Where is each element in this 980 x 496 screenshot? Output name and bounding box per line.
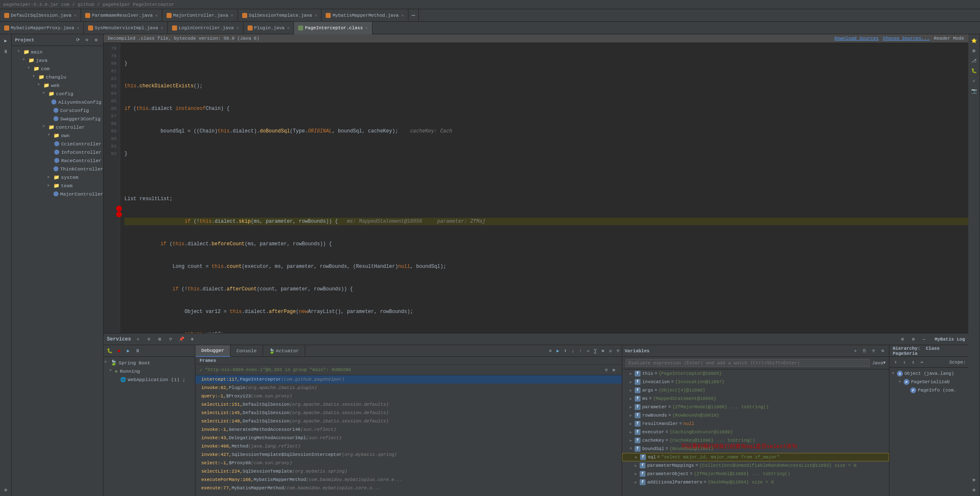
spring-boot-item[interactable]: ▼ 🍃 Spring Boot: [104, 359, 195, 367]
code-line[interactable]: }: [124, 60, 968, 67]
settings2-icon[interactable]: ⚙: [899, 336, 906, 343]
close-icon[interactable]: ✕: [77, 25, 79, 31]
code-line[interactable]: }: [124, 150, 968, 158]
code-line-86[interactable]: if (this.dialect.beforeCount(ms, paramet…: [124, 240, 968, 248]
filter-thread-icon[interactable]: ▽: [603, 366, 610, 374]
breakpoints-icon[interactable]: ⊛: [599, 347, 607, 355]
frame-item-0[interactable]: intercept:117, PageInterceptor (com.gith…: [195, 375, 622, 384]
lang-dropdown[interactable]: ▼: [883, 361, 886, 365]
hier-btn2[interactable]: ⇓: [901, 359, 908, 366]
git-icon[interactable]: ⎇: [970, 56, 979, 65]
code-line-87[interactable]: Long count = this.count(executor, ms, pa…: [124, 263, 968, 270]
sort-icon[interactable]: ≋: [879, 347, 886, 355]
hier-item-pageserial[interactable]: ▼ P PageSerializab: [889, 378, 968, 386]
tree-item-main[interactable]: ▼ 📁 main: [12, 48, 103, 56]
tree-item-swagger[interactable]: Swagger3Config: [12, 114, 103, 123]
tree-item-info[interactable]: InfoController: [12, 148, 103, 156]
frame-item-3[interactable]: selectList:151, DefaultSqlSession (org.a…: [195, 400, 622, 409]
tab-major-controller[interactable]: MajorController.java ✕: [162, 9, 238, 22]
tab-param-name-resolver[interactable]: ParamNameResolver.java ✕: [81, 9, 162, 22]
tab-default-sql-session[interactable]: DefaultSqlSession.java ✕: [0, 9, 81, 22]
tree-item-team[interactable]: ▶ 📁 team: [12, 181, 103, 190]
settings3-icon[interactable]: ⚙: [970, 485, 979, 494]
hier-btn4[interactable]: ⇔: [918, 359, 926, 366]
code-line-88[interactable]: if (!this.dialect.afterCount(count, para…: [124, 285, 968, 293]
pin-icon[interactable]: 📌: [178, 336, 185, 343]
var-invocation[interactable]: ▶ f invocation = {Invocation@11087}: [622, 378, 889, 386]
frame-item-8[interactable]: invoke:498, Method (java.lang.reflect): [195, 442, 622, 450]
hier-item-pageinfo[interactable]: P PageInfo (com.: [889, 386, 968, 394]
tab-actuator[interactable]: 🍃 Actuator: [263, 345, 305, 357]
running-item[interactable]: ▼ ▶ Running: [104, 367, 195, 375]
frame-item-2[interactable]: query:-1, $Proxy123 (com.sun.proxy): [195, 392, 622, 400]
tree-item-aliyun[interactable]: AliyunOssConfig: [12, 98, 103, 106]
close-icon[interactable]: ✕: [231, 13, 233, 18]
var-parameter[interactable]: ▶ f parameter = {ZfMajorModel@11086} ...…: [622, 403, 889, 411]
tab-page-interceptor[interactable]: PageInterceptor.class ✕: [294, 22, 372, 34]
tree-item-changlu[interactable]: ▼ 📁 changlu: [12, 73, 103, 81]
settings4-icon[interactable]: ⚙: [1, 485, 10, 494]
frame-item-13[interactable]: execute:77, MybatisMapperMethod (com.bao…: [195, 484, 622, 492]
var-parameter-mappings[interactable]: ▶ f parameterMappings = {Collections$Unm…: [622, 461, 889, 470]
frame-item-12[interactable]: executeForMany:166, MybatisMapperMethod …: [195, 476, 622, 484]
var-parameter-obj[interactable]: ▶ f parameterObject = {ZfMajorModel@1108…: [622, 470, 889, 478]
tree-item-major-controller[interactable]: MajorController: [12, 190, 103, 198]
var-ms[interactable]: ▶ f ms = {MappedStatement@10956}: [622, 394, 889, 403]
add-watch-icon[interactable]: ＋: [851, 347, 859, 355]
eval-input[interactable]: [625, 359, 870, 367]
hier-btn1[interactable]: ⇑: [892, 359, 899, 366]
debug-icon[interactable]: 🐛: [106, 347, 114, 355]
tree-item-ccie[interactable]: CcieController: [12, 140, 103, 148]
step-into-icon[interactable]: ↓: [569, 347, 577, 355]
var-boundsql[interactable]: ▼ f boundSql = {BoundSql@11091}: [622, 445, 889, 453]
close-icon[interactable]: ✕: [287, 25, 289, 31]
close-icon[interactable]: ✕: [74, 13, 76, 18]
structure-icon[interactable]: ⊞: [970, 46, 979, 55]
tab-more[interactable]: ⋯: [408, 9, 419, 22]
bookmark-icon[interactable]: ⭐: [970, 36, 979, 45]
camera-icon[interactable]: 📷: [970, 86, 979, 95]
evaluate-icon[interactable]: ∑: [592, 347, 599, 355]
reader-mode-link[interactable]: Reader Mode: [934, 36, 964, 41]
filter-icon[interactable]: ⊞: [156, 336, 164, 343]
frame-item-10[interactable]: select:-1, $Proxy88 (com.sun.proxy): [195, 459, 622, 467]
tab-plugin[interactable]: Plugin.java ✕: [243, 22, 294, 34]
frame-item-4[interactable]: selectList:145, DefaultSqlSession (org.a…: [195, 409, 622, 417]
sync-icon[interactable]: ⟳: [74, 36, 81, 44]
run-icon[interactable]: ▶: [1, 36, 10, 45]
var-sql[interactable]: ▶ f sql = "select major_id, major_name f…: [622, 453, 889, 461]
choose-sources-link[interactable]: Choose Sources...: [883, 36, 929, 41]
tab-sql-session-template[interactable]: SqlSessionTemplate.java ✕: [238, 9, 322, 22]
download-sources-link[interactable]: Download Sources: [835, 36, 879, 41]
close-icon[interactable]: ✕: [161, 25, 163, 31]
code-line-85[interactable]: if (!this.dialect.skip(ms, parameter, ro…: [124, 218, 968, 225]
pause2-icon[interactable]: ⏸: [1, 47, 10, 56]
resume-icon[interactable]: ▶: [124, 347, 132, 355]
tab-debugger[interactable]: Debugger: [195, 345, 230, 357]
tab-mybatis-mapper-method[interactable]: MybatisMapperMethod.java ✕: [322, 9, 408, 22]
debug2-icon[interactable]: 🐛: [970, 66, 979, 75]
collapse-icon[interactable]: ≡: [83, 36, 91, 44]
hier-item-object[interactable]: ▼ O Object (java.lang): [889, 369, 968, 378]
settings-icon[interactable]: ⚙: [92, 36, 100, 44]
stop-icon[interactable]: ■: [115, 347, 123, 355]
tree-item-controller[interactable]: ▼ 📁 controller: [12, 123, 103, 131]
var-cachekey[interactable]: ▶ f cacheKey = {CacheKey@11090} ... toSt…: [622, 436, 889, 445]
step-over-icon[interactable]: ⬇: [562, 347, 569, 355]
todo-icon[interactable]: ✓: [970, 76, 979, 85]
web-app-item[interactable]: 🌐 WebApplication (1) ;: [104, 375, 195, 384]
close-icon[interactable]: ✕: [236, 25, 239, 31]
var-executor[interactable]: ▶ f executor = {CachingExecutor@11089}: [622, 428, 889, 436]
tab-login-controller[interactable]: LoginController.java ✕: [168, 22, 243, 34]
frame-item-11[interactable]: selectList:224, SqlSessionTemplate (org.…: [195, 467, 622, 476]
hier-btn3[interactable]: ⇕: [909, 359, 917, 366]
frame-item-1[interactable]: invoke:62, Plugin (org.apache.ibatis.plu…: [195, 384, 622, 392]
close-icon[interactable]: ✕: [365, 25, 368, 31]
pause-icon[interactable]: ⏸: [134, 347, 141, 355]
tree-item-own[interactable]: ▼ 📁 own: [12, 131, 103, 140]
frame-item-5[interactable]: selectList:140, DefaultSqlSession (org.a…: [195, 417, 622, 425]
close-icon[interactable]: ✕: [401, 13, 404, 18]
var-rowbounds[interactable]: ▶ f rowBounds = {RowBounds@10918}: [622, 411, 889, 420]
var-this[interactable]: ▶ f this = {PageInterceptor@10965}: [622, 369, 889, 378]
code-line-90[interactable]: return var12;: [124, 331, 968, 333]
